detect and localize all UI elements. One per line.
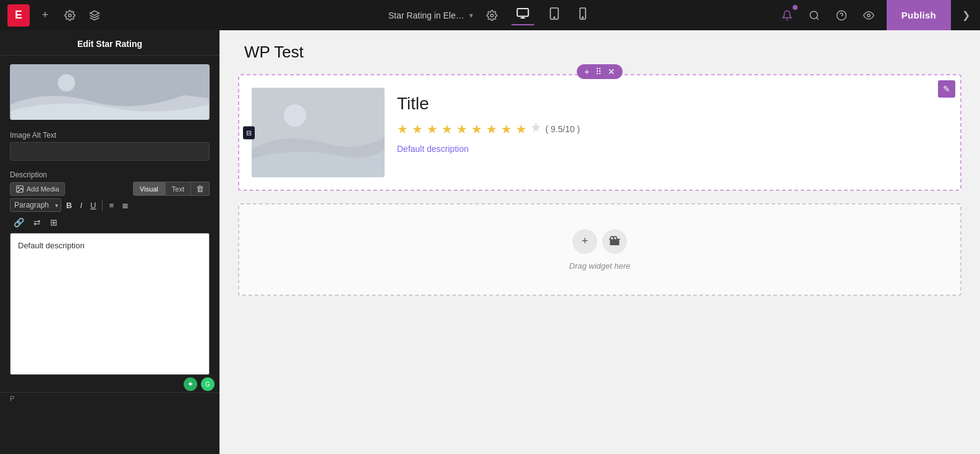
widget-image xyxy=(252,88,385,177)
topbar-center: Star Rating in Ele… ▾ xyxy=(388,5,592,25)
topbar-right: Publish ❯ xyxy=(778,0,973,30)
page-title-area[interactable]: Star Rating in Ele… ▾ xyxy=(388,11,473,20)
title-chevron-icon: ▾ xyxy=(469,11,473,20)
svg-point-2 xyxy=(491,14,494,17)
paragraph-select-wrap: Paragraph xyxy=(10,198,61,212)
svg-rect-3 xyxy=(518,9,529,17)
search-button[interactable] xyxy=(805,6,824,25)
image-alt-label: Image Alt Text xyxy=(0,126,219,142)
link-button[interactable]: 🔗 xyxy=(10,216,28,229)
svg-point-18 xyxy=(18,187,19,188)
editor-toolbar-row1: Add Media Visual Text 🗑 xyxy=(10,182,210,196)
rating-score: ( 9.5/10 ) xyxy=(545,124,580,134)
desktop-view-button[interactable] xyxy=(511,5,535,25)
page-title-main: WP Test xyxy=(238,43,961,62)
editor-content-area[interactable]: Default description xyxy=(10,233,210,375)
text-mode-button[interactable]: Text xyxy=(165,182,191,196)
paragraph-select[interactable]: Paragraph xyxy=(10,198,61,212)
add-widget-button[interactable]: + xyxy=(573,229,597,254)
editor-trash-button[interactable]: 🗑 xyxy=(191,182,210,196)
image-alt-input[interactable] xyxy=(10,142,210,161)
help-button[interactable] xyxy=(832,6,851,25)
publish-button[interactable]: Publish xyxy=(887,0,951,30)
description-label: Description xyxy=(0,167,219,182)
underline-button[interactable]: U xyxy=(87,199,99,212)
sidebar-image-preview xyxy=(10,64,210,120)
format-toolbar: Paragraph B I U ≡ ≣ xyxy=(10,198,210,212)
page-settings-button[interactable] xyxy=(483,6,501,25)
widget-info: Title ★ ★ ★ ★ ★ ★ ★ ★ ★ ★ ★ xyxy=(397,88,948,154)
svg-point-16 xyxy=(58,74,75,91)
table-button[interactable]: ⊞ xyxy=(46,216,61,229)
star-2: ★ xyxy=(412,122,423,137)
section-close-button[interactable]: ✕ xyxy=(607,67,616,77)
shuffle-button[interactable]: ⇄ xyxy=(30,216,45,229)
page-title-text: Star Rating in Ele… xyxy=(388,11,464,20)
widget-content: Title ★ ★ ★ ★ ★ ★ ★ ★ ★ ★ ★ xyxy=(239,75,960,190)
dropzone-label: Drag widget here xyxy=(569,261,631,271)
align-right-button[interactable]: ≣ xyxy=(119,199,132,212)
editor-footer: ✦ G xyxy=(0,375,219,392)
visual-text-toggle: Visual Text 🗑 xyxy=(133,182,210,196)
widget-title: Title xyxy=(397,94,948,114)
ai-assist-icon[interactable]: ✦ xyxy=(184,377,197,391)
star-9: ★ xyxy=(516,122,527,137)
star-8: ★ xyxy=(501,122,512,137)
star-rating-row: ★ ★ ★ ★ ★ ★ ★ ★ ★ ★ ★ ( 9.5/10 ) xyxy=(397,120,948,138)
preview-button[interactable] xyxy=(859,6,878,25)
toolbar-divider xyxy=(102,200,103,211)
layers-button[interactable] xyxy=(85,6,104,25)
tablet-view-button[interactable] xyxy=(545,5,565,25)
section-toolbar: + ⠿ ✕ xyxy=(577,64,623,79)
dropzone-buttons: + xyxy=(573,229,627,254)
svg-point-20 xyxy=(284,104,306,127)
topbar-left: E + xyxy=(7,4,104,27)
svg-line-11 xyxy=(816,17,818,19)
bold-button[interactable]: B xyxy=(63,199,75,212)
star-1: ★ xyxy=(397,122,408,137)
widget-description: Default description xyxy=(397,144,948,154)
star-3: ★ xyxy=(427,122,438,137)
visual-mode-button[interactable]: Visual xyxy=(133,182,165,196)
elementor-logo[interactable]: E xyxy=(7,4,30,27)
star-5: ★ xyxy=(456,122,467,137)
svg-point-14 xyxy=(867,14,870,17)
mobile-view-button[interactable] xyxy=(574,5,592,25)
star-7: ★ xyxy=(486,122,497,137)
align-left-button[interactable]: ≡ xyxy=(106,199,117,212)
svg-point-7 xyxy=(554,17,555,18)
column-handle[interactable]: ⊟ xyxy=(243,126,255,139)
widget-section: + ⠿ ✕ ⊟ ✎ Title xyxy=(238,74,961,191)
editor-statusbar: P xyxy=(0,392,219,406)
add-element-button[interactable]: + xyxy=(36,6,54,25)
svg-point-0 xyxy=(69,14,72,17)
expand-button[interactable]: ❯ xyxy=(960,7,973,23)
star-half: ★ ★ xyxy=(530,120,542,138)
notifications-button[interactable] xyxy=(778,6,796,25)
add-media-button[interactable]: Add Media xyxy=(10,182,65,196)
topbar: E + Star Rating in Ele… ▾ xyxy=(0,0,980,30)
canvas-area: WP Test + ⠿ ✕ ⊟ ✎ xyxy=(219,30,980,454)
editor-text: Default description xyxy=(18,241,202,250)
sidebar: Edit Star Rating Image Alt Text Descript… xyxy=(0,30,219,454)
main-layout: Edit Star Rating Image Alt Text Descript… xyxy=(0,30,980,454)
section-handle-button[interactable]: ⠿ xyxy=(594,67,603,77)
browse-widgets-button[interactable] xyxy=(602,229,627,254)
svg-point-9 xyxy=(582,17,584,18)
empty-dropzone: + Drag widget here xyxy=(238,203,961,296)
extra-toolbar: 🔗 ⇄ ⊞ xyxy=(10,216,210,229)
italic-button[interactable]: I xyxy=(77,199,85,212)
section-add-button[interactable]: + xyxy=(583,67,590,77)
sidebar-title: Edit Star Rating xyxy=(0,30,219,56)
svg-marker-1 xyxy=(90,11,100,15)
edit-widget-button[interactable]: ✎ xyxy=(938,80,955,98)
grammarly-icon[interactable]: G xyxy=(201,377,215,391)
settings-button[interactable] xyxy=(61,6,79,25)
star-4: ★ xyxy=(441,122,453,137)
star-6: ★ xyxy=(471,122,482,137)
svg-point-10 xyxy=(810,11,817,19)
add-media-label: Add Media xyxy=(27,185,59,193)
